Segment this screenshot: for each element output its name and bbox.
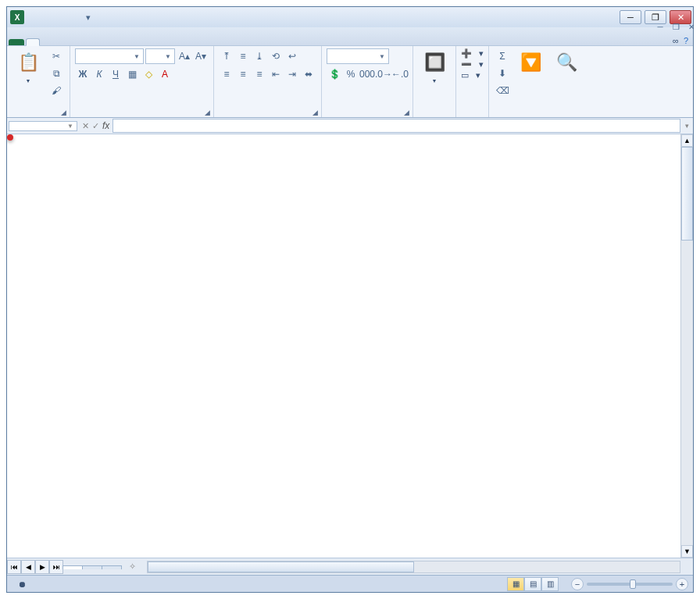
orientation-button[interactable]: ⟲ [268, 48, 284, 64]
tab-formulas[interactable] [65, 39, 77, 45]
decrease-indent-button[interactable]: ⇤ [268, 66, 284, 82]
group-font: ▼ ▼ A▴A▾ Ж К Ч ▦ ◇ A ◢ [70, 46, 214, 117]
sheet-nav-first[interactable]: ⏮ [7, 560, 21, 574]
sheet-tab-2[interactable] [82, 565, 102, 569]
fill-color-button[interactable]: ◇ [141, 66, 156, 82]
format-painter-button[interactable]: 🖌 [48, 83, 65, 98]
paste-button[interactable]: 📋 ▼ [12, 48, 45, 85]
tab-home[interactable] [26, 38, 40, 46]
italic-button[interactable]: К [91, 66, 107, 82]
minimize-button[interactable]: ─ [620, 10, 641, 24]
zoom-in-button[interactable]: + [676, 578, 688, 590]
qat-more[interactable]: ▾ [80, 9, 96, 25]
cut-button[interactable]: ✂ [48, 48, 65, 64]
wrap-text-button[interactable]: ↩ [284, 48, 300, 64]
group-number: ▼ 💲 % 000 .0→ ←.0 ◢ [322, 46, 413, 117]
fill-button[interactable]: ⬇ [494, 66, 511, 81]
align-right-button[interactable]: ≡ [252, 66, 267, 82]
increase-decimal-button[interactable]: .0→ [376, 66, 391, 82]
increase-indent-button[interactable]: ⇥ [284, 66, 300, 82]
accounting-format-button[interactable]: 💲 [327, 66, 342, 82]
cancel-formula-icon[interactable]: ✕ [82, 121, 89, 131]
delete-cells-icon[interactable]: ➖ [461, 59, 472, 70]
align-bottom-button[interactable]: ⤓ [252, 48, 267, 64]
tab-review[interactable] [90, 39, 102, 45]
font-size-combo[interactable]: ▼ [145, 48, 175, 64]
decrease-font-button[interactable]: A▾ [193, 48, 209, 64]
tab-developer[interactable] [115, 39, 127, 45]
align-middle-button[interactable]: ≡ [235, 48, 251, 64]
tab-file[interactable] [9, 39, 24, 45]
sheet-nav-prev[interactable]: ◀ [21, 560, 35, 574]
clear-button[interactable]: ⌫ [494, 83, 511, 98]
zoom-slider[interactable] [587, 583, 673, 586]
enter-formula-icon[interactable]: ✓ [92, 121, 99, 131]
tab-insert[interactable] [40, 39, 52, 45]
format-cells-icon[interactable]: ▭ [461, 70, 469, 80]
comma-format-button[interactable]: 000 [359, 66, 375, 82]
quick-access-toolbar: ▾ [29, 9, 96, 25]
merge-button[interactable]: ⬌ [301, 66, 316, 82]
name-box[interactable]: ▼ [9, 121, 77, 131]
underline-button[interactable]: Ч [108, 66, 123, 82]
decrease-decimal-button[interactable]: ←.0 [392, 66, 408, 82]
bold-button[interactable]: Ж [75, 66, 91, 82]
macro-record-icon[interactable]: ⏺ [18, 579, 27, 589]
tab-data[interactable] [77, 39, 90, 45]
find-select-button[interactable]: 🔍 [550, 48, 583, 78]
formula-bar: ▼ ✕ ✓ fx ▾ [7, 118, 693, 134]
font-color-button[interactable]: A [157, 66, 173, 82]
sheet-tab-3[interactable] [102, 565, 122, 569]
align-center-button[interactable]: ≡ [235, 66, 251, 82]
undo-button[interactable] [46, 9, 62, 25]
redo-button[interactable] [63, 9, 79, 25]
font-name-combo[interactable]: ▼ [75, 48, 144, 64]
border-button[interactable]: ▦ [124, 66, 140, 82]
view-pagebreak-button[interactable]: ▥ [541, 577, 559, 591]
horizontal-scrollbar[interactable] [147, 561, 680, 573]
group-clipboard: 📋 ▼ ✂ ⧉ 🖌 ◢ [7, 46, 70, 117]
sheet-tab-bar: ⏮ ◀ ▶ ⏭ ✧ [7, 558, 693, 575]
tab-view[interactable] [102, 39, 115, 45]
copy-button[interactable]: ⧉ [48, 66, 65, 81]
align-left-button[interactable]: ≡ [219, 66, 234, 82]
percent-format-button[interactable]: % [343, 66, 359, 82]
alignment-dialog-icon[interactable]: ◢ [312, 109, 318, 116]
styles-button[interactable]: 🔲 ▼ [418, 48, 451, 85]
paste-icon: 📋 [16, 50, 41, 75]
excel-icon: X [10, 10, 24, 24]
align-top-button[interactable]: ⤒ [219, 48, 234, 64]
help-icon[interactable]: ? [684, 36, 688, 45]
group-cells: ➕ ▾ ➖ ▾ ▭ ▾ [456, 46, 489, 117]
mdi-close[interactable]: ✕ [684, 20, 698, 33]
vertical-scrollbar[interactable]: ▲▼ [680, 134, 693, 558]
zoom-out-button[interactable]: − [571, 578, 584, 590]
sheet-nav-last[interactable]: ⏭ [49, 560, 63, 574]
styles-icon: 🔲 [422, 50, 447, 75]
formula-input[interactable] [112, 119, 680, 133]
fx-icon[interactable]: fx [102, 120, 109, 131]
view-normal-button[interactable]: ▦ [507, 577, 524, 591]
sheet-nav-next[interactable]: ▶ [35, 560, 49, 574]
new-sheet-button[interactable]: ✧ [125, 561, 139, 573]
tab-pagelayout[interactable] [52, 39, 65, 45]
insert-cells-icon[interactable]: ➕ [461, 48, 472, 59]
increase-font-button[interactable]: A▴ [177, 48, 192, 64]
sort-filter-button[interactable]: 🔽 [514, 48, 547, 78]
mdi-restore[interactable]: ❐ [669, 20, 683, 33]
number-dialog-icon[interactable]: ◢ [404, 109, 409, 116]
tab-foxit[interactable] [140, 39, 152, 45]
font-dialog-icon[interactable]: ◢ [205, 109, 210, 116]
ribbon-minimize-icon[interactable]: ∞ [673, 36, 679, 45]
sheet-tab-1[interactable] [62, 565, 83, 569]
tab-abbyy[interactable] [152, 39, 165, 45]
mdi-minimize[interactable]: ─ [653, 20, 667, 33]
view-pagelayout-button[interactable]: ▤ [524, 577, 541, 591]
save-button[interactable] [29, 9, 45, 25]
autosum-button[interactable]: Σ [494, 48, 511, 64]
clipboard-dialog-icon[interactable]: ◢ [61, 109, 66, 116]
group-styles: 🔲 ▼ [413, 46, 456, 117]
tab-addins[interactable] [127, 39, 140, 45]
number-format-combo[interactable]: ▼ [327, 48, 389, 64]
expand-formula-bar[interactable]: ▾ [680, 122, 693, 130]
